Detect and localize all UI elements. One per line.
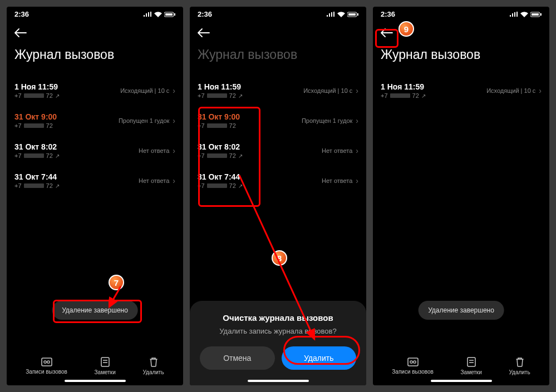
call-datetime: 1 Ноя 11:59 bbox=[198, 82, 243, 91]
back-arrow-icon bbox=[198, 28, 358, 37]
svg-rect-14 bbox=[540, 13, 542, 16]
status-icons bbox=[509, 12, 542, 17]
call-status: Пропущен 1 гудок› bbox=[302, 116, 358, 125]
call-row[interactable]: 31 Окт 9:00+7 72Пропущен 1 гудок› bbox=[198, 106, 358, 136]
recordings-icon bbox=[407, 358, 419, 366]
svg-point-4 bbox=[43, 361, 46, 363]
status-icons bbox=[326, 12, 358, 17]
back-button[interactable] bbox=[190, 19, 366, 42]
call-datetime: 1 Ноя 11:59 bbox=[381, 82, 426, 91]
home-indicator[interactable] bbox=[248, 380, 309, 382]
bottom-recordings[interactable]: Записи вызовов bbox=[392, 358, 434, 375]
call-datetime: 31 Окт 8:02 bbox=[14, 142, 60, 151]
call-row[interactable]: 1 Ноя 11:59+7 72 ↗Исходящий | 10 с› bbox=[381, 76, 542, 106]
status-bar: 2:36 bbox=[190, 7, 366, 19]
call-row[interactable]: 31 Окт 7:44+7 72 ↗Нет ответа› bbox=[14, 166, 175, 196]
bottom-notes[interactable]: Заметки bbox=[461, 357, 482, 375]
call-status: Нет ответа› bbox=[139, 176, 175, 185]
call-datetime: 31 Окт 7:44 bbox=[14, 172, 60, 181]
svg-point-16 bbox=[410, 361, 412, 363]
call-datetime: 31 Окт 7:44 bbox=[198, 172, 243, 181]
call-status: Исходящий | 10 с› bbox=[303, 86, 358, 95]
call-number: +7 72 ↗ bbox=[198, 152, 243, 159]
status-time: 2:36 bbox=[381, 10, 395, 18]
call-number: +7 72 ↗ bbox=[14, 92, 60, 99]
status-icons bbox=[143, 12, 175, 17]
back-button[interactable] bbox=[373, 19, 549, 42]
call-status: Исходящий | 10 с› bbox=[486, 86, 542, 95]
call-datetime: 31 Окт 8:02 bbox=[198, 142, 243, 151]
bottom-recordings[interactable]: Записи вызовов bbox=[26, 358, 67, 375]
svg-rect-13 bbox=[532, 13, 539, 16]
status-time: 2:36 bbox=[14, 10, 29, 18]
delete-dialog: Очистка журнала вызовов Удалить запись ж… bbox=[190, 301, 366, 385]
svg-rect-18 bbox=[468, 358, 475, 366]
dialog-cancel-button[interactable]: Отмена bbox=[200, 346, 275, 370]
call-number: +7 72 ↗ bbox=[198, 92, 243, 99]
call-number: +7 72 ↗ bbox=[381, 92, 426, 99]
call-row[interactable]: 31 Окт 8:02+7 72 ↗Нет ответа› bbox=[198, 136, 358, 166]
svg-rect-3 bbox=[42, 358, 52, 366]
call-number: +7 72 bbox=[198, 122, 240, 129]
page-title: Журнал вызовов bbox=[190, 42, 366, 76]
svg-rect-2 bbox=[174, 13, 175, 16]
call-status: Нет ответа› bbox=[139, 146, 175, 155]
status-bar: 2:36 bbox=[373, 7, 549, 19]
notes-icon bbox=[101, 357, 110, 367]
call-row[interactable]: 31 Окт 9:00+7 72Пропущен 1 гудок› bbox=[14, 106, 175, 136]
home-indicator[interactable] bbox=[65, 380, 126, 382]
dialog-title: Очистка журнала вызовов bbox=[200, 313, 356, 322]
call-row[interactable]: 1 Ноя 11:59+7 72 ↗Исходящий | 10 с› bbox=[14, 76, 175, 106]
screen-1: 2:36 Журнал вызовов 1 Ноя 11:59+7 72 ↗Ис… bbox=[7, 7, 183, 385]
back-arrow-icon bbox=[381, 28, 542, 37]
screen-3: 2:36 Журнал вызовов 1 Ноя 11:59+7 72 ↗Ис… bbox=[373, 7, 549, 385]
back-arrow-icon bbox=[14, 28, 175, 37]
svg-rect-11 bbox=[357, 13, 358, 16]
bottom-delete[interactable]: Удалить bbox=[509, 357, 530, 375]
svg-rect-6 bbox=[101, 358, 109, 366]
call-status: Исходящий | 10 с› bbox=[120, 86, 175, 95]
screen-2: 2:36 Журнал вызовов 1 Ноя 11:59+7 72 ↗Ис… bbox=[190, 7, 366, 385]
call-datetime: 1 Ноя 11:59 bbox=[14, 82, 60, 91]
call-number: +7 72 ↗ bbox=[14, 152, 60, 159]
dialog-delete-button[interactable]: Удалить bbox=[282, 346, 357, 370]
call-number: +7 72 bbox=[14, 122, 57, 129]
status-time: 2:36 bbox=[198, 10, 212, 18]
page-title: Журнал вызовов bbox=[373, 42, 549, 76]
call-row[interactable]: 31 Окт 7:44+7 72 ↗Нет ответа› bbox=[198, 166, 358, 196]
svg-rect-1 bbox=[165, 13, 173, 16]
call-datetime: 31 Окт 9:00 bbox=[198, 112, 240, 121]
svg-point-17 bbox=[413, 361, 415, 363]
svg-rect-15 bbox=[408, 358, 418, 366]
trash-icon bbox=[515, 357, 524, 367]
call-number: +7 72 ↗ bbox=[198, 182, 243, 189]
call-status: Нет ответа› bbox=[322, 176, 358, 185]
call-status: Пропущен 1 гудок› bbox=[119, 116, 175, 125]
status-bar: 2:36 bbox=[7, 7, 183, 19]
call-row[interactable]: 31 Окт 8:02+7 72 ↗Нет ответа› bbox=[14, 136, 175, 166]
call-status: Нет ответа› bbox=[322, 146, 358, 155]
toast: Удаление завершено bbox=[52, 301, 138, 320]
toast: Удаление завершено bbox=[418, 301, 504, 320]
recordings-icon bbox=[41, 358, 52, 366]
back-button[interactable] bbox=[7, 19, 183, 42]
page-title: Журнал вызовов bbox=[7, 42, 183, 76]
call-datetime: 31 Окт 9:00 bbox=[14, 112, 57, 121]
svg-point-5 bbox=[47, 361, 49, 363]
bottom-delete[interactable]: Удалить bbox=[142, 357, 164, 375]
call-row[interactable]: 1 Ноя 11:59+7 72 ↗Исходящий | 10 с› bbox=[198, 76, 358, 106]
call-number: +7 72 ↗ bbox=[14, 182, 60, 189]
notes-icon bbox=[467, 357, 476, 367]
dialog-subtitle: Удалить запись журнала вызовов? bbox=[200, 327, 356, 335]
svg-rect-10 bbox=[348, 13, 356, 16]
bottom-notes[interactable]: Заметки bbox=[95, 357, 116, 375]
trash-icon bbox=[149, 357, 158, 367]
home-indicator[interactable] bbox=[431, 380, 492, 382]
